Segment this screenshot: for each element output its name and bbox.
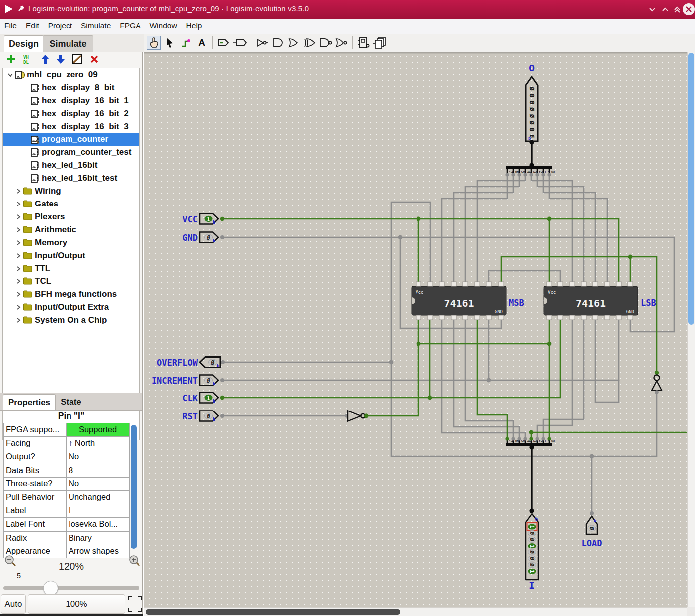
property-value[interactable]: ↑ North	[67, 437, 129, 450]
tree-item-gates[interactable]: Gates	[3, 198, 139, 210]
property-value[interactable]: Arrow shapes	[67, 545, 129, 558]
and-gate-tool-button[interactable]	[271, 36, 285, 50]
wire-tool-button[interactable]	[179, 36, 193, 50]
nand-gate-tool-button[interactable]	[319, 36, 333, 50]
close-icon[interactable]	[682, 3, 695, 16]
delete-circuit-button[interactable]	[90, 55, 99, 64]
tree-item-hex-led-16bit[interactable]: >hex_led_16bit	[3, 159, 139, 172]
tree-item-progam-counter[interactable]: progam_counter	[3, 133, 139, 146]
tab-state[interactable]: State	[55, 394, 87, 410]
tree-item-hex-display-16-bit-3[interactable]: >hex_display_16_bit_3	[3, 120, 139, 133]
input-pin-increment[interactable]: Ø b INCREMENT	[152, 375, 224, 387]
property-value[interactable]: No	[67, 478, 129, 490]
property-value[interactable]: 8	[67, 464, 129, 477]
menu-edit[interactable]: Edit	[21, 19, 44, 30]
tree-item-program-counter-test[interactable]: >program_counter_test	[3, 146, 139, 159]
property-value[interactable]: Iosevka Bol...	[67, 518, 129, 531]
edit-appearance-button[interactable]	[71, 54, 83, 65]
tree-item-bfh-mega-functions[interactable]: BFH mega functions	[3, 288, 139, 301]
property-value[interactable]: Supported	[67, 423, 129, 436]
minimize-icon[interactable]	[648, 5, 657, 13]
input-pin-load[interactable]: Ø b LOAD	[582, 511, 602, 548]
menu-help[interactable]: Help	[182, 19, 207, 30]
properties-scrollbar[interactable]	[131, 425, 137, 549]
add-circuit-tool-button[interactable]	[357, 36, 371, 50]
output-pin-tool-button[interactable]	[233, 36, 247, 50]
move-up-button[interactable]	[41, 54, 50, 64]
input-pin-rst[interactable]: Ø b RST	[182, 411, 224, 422]
tree-chevron-icon[interactable]	[15, 291, 22, 297]
input-pin-tool-button[interactable]	[217, 36, 231, 50]
tree-chevron-icon[interactable]	[15, 278, 22, 284]
pin-icon[interactable]	[17, 4, 26, 13]
canvas-hscrollbar-thumb[interactable]	[146, 609, 400, 615]
restore-icon[interactable]	[661, 5, 670, 13]
add-circuit-button[interactable]	[6, 54, 16, 64]
text-tool-button[interactable]: A	[195, 36, 208, 50]
tree-chevron-icon[interactable]	[15, 188, 22, 194]
property-value[interactable]: Binary	[67, 532, 129, 545]
tree-item-arithmetic[interactable]: Arithmetic	[3, 223, 139, 236]
vhdl-button[interactable]: VHDL	[22, 54, 34, 64]
menu-fpga[interactable]: FPGA	[115, 19, 145, 30]
chip-74161-lsb[interactable]: VccGND74161LSB	[544, 282, 656, 320]
property-value[interactable]: Unchanged	[67, 491, 129, 504]
not-gate-rst[interactable]	[345, 411, 368, 421]
tree-chevron-icon[interactable]	[15, 304, 22, 310]
tree-item-plexers[interactable]: Plexers	[3, 210, 139, 223]
tree-item-memory[interactable]: Memory	[3, 236, 139, 249]
tree-chevron-icon[interactable]	[15, 240, 22, 246]
menu-project[interactable]: Project	[44, 19, 76, 30]
tree-chevron-icon[interactable]	[15, 227, 22, 233]
tree-chevron-icon[interactable]	[15, 253, 22, 259]
property-value[interactable]: I	[67, 504, 129, 517]
tree-chevron-icon[interactable]	[15, 317, 22, 323]
tree-item-system-on-a-chip[interactable]: System On a Chip	[3, 314, 139, 327]
input-pin-vcc[interactable]: 1 b VCC	[182, 214, 224, 225]
canvas-vscrollbar-thumb[interactable]	[688, 53, 694, 325]
tree-chevron-icon[interactable]	[7, 72, 14, 78]
circuit-svg[interactable]: 76543210 76543210 VccGND74161MSB VccGND7…	[144, 52, 687, 607]
tree-chevron-icon[interactable]	[15, 214, 22, 220]
zoom-slider-thumb[interactable]	[43, 581, 58, 596]
tab-properties[interactable]: Properties	[3, 394, 56, 410]
poke-tool-button[interactable]	[147, 36, 161, 50]
tree-item-wiring[interactable]: Wiring	[3, 185, 139, 198]
tree-item-input-output-extra[interactable]: Input/Output Extra	[3, 301, 139, 314]
tree-item-mhl-cpu-zero-09[interactable]: mhl_cpu_zero_09	[3, 68, 139, 81]
tab-design[interactable]: Design	[4, 35, 44, 52]
zoom-slider-track[interactable]	[3, 586, 139, 590]
not-gate-tool-button[interactable]	[255, 36, 269, 50]
auto-zoom-button[interactable]: Auto	[1, 594, 26, 614]
or-gate-tool-button[interactable]	[287, 36, 301, 50]
menu-file[interactable]: File	[0, 19, 21, 30]
menu-window[interactable]: Window	[145, 19, 181, 30]
splitter-bottom[interactable]: 76543210	[505, 437, 555, 444]
appearance-tool-button[interactable]	[373, 36, 387, 50]
tree-item-hex-display-16-bit-2[interactable]: >hex_display_16_bit_2	[3, 107, 139, 120]
reset-zoom-button[interactable]: 100%	[28, 594, 125, 614]
tree-item-input-output[interactable]: Input/Output	[3, 249, 139, 262]
input-pin-gnd[interactable]: Ø b GND	[182, 232, 224, 244]
property-value[interactable]: No	[67, 450, 129, 463]
nor-gate-tool-button[interactable]	[335, 36, 348, 50]
tree-item-hex-display-16-bit-1[interactable]: >hex_display_16_bit_1	[3, 94, 139, 107]
zoom-in-icon[interactable]	[128, 554, 141, 567]
input-pin-clk[interactable]: 1 b CLK	[182, 393, 224, 404]
maximize-icon[interactable]	[673, 5, 682, 13]
tree-item-hex-display-8-bit[interactable]: >hex_display_8_bit	[3, 81, 139, 94]
move-down-button[interactable]	[56, 54, 65, 64]
not-gate-load[interactable]	[652, 371, 662, 394]
selection-frame-icon[interactable]	[128, 596, 142, 612]
tree-chevron-icon[interactable]	[15, 266, 22, 272]
output-pin-overflow[interactable]: Ø b OVERFLOW	[157, 357, 225, 369]
menu-simulate[interactable]: Simulate	[76, 19, 115, 30]
tab-simulate[interactable]: Simulate	[43, 35, 93, 52]
tree-item-hex-led-16bit-test[interactable]: >hex_led_16bit_test	[3, 172, 139, 185]
xor-gate-tool-button[interactable]	[303, 36, 317, 50]
chip-74161-msb[interactable]: VccGND74161MSB	[412, 282, 524, 320]
splitter-top[interactable]: 76543210	[505, 168, 555, 177]
select-tool-button[interactable]	[163, 36, 177, 50]
tree-item-ttl[interactable]: TTL	[3, 262, 139, 275]
tree-item-tcl[interactable]: TCL	[3, 275, 139, 288]
